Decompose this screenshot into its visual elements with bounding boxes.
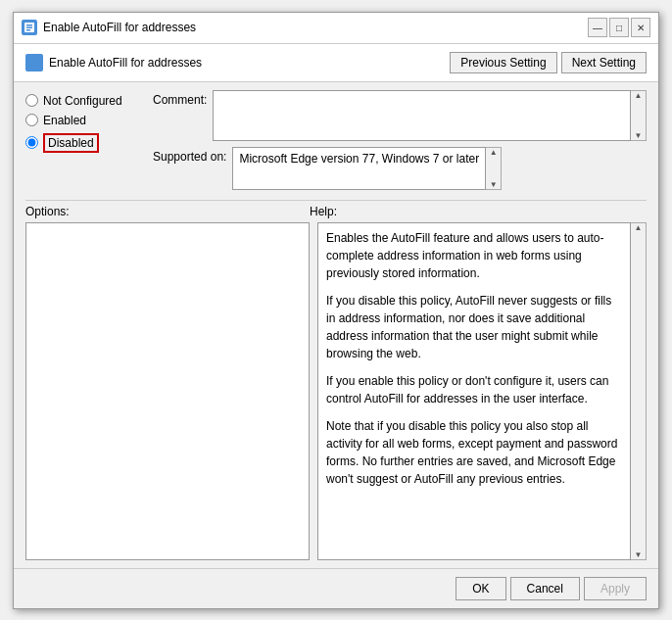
radio-enabled-input[interactable] — [25, 114, 38, 126]
bottom-labels: Options: Help: — [25, 205, 647, 218]
help-scrollbar-container: Enables the AutoFill feature and allows … — [317, 222, 647, 560]
scroll-down-arrow: ▼ — [635, 131, 643, 140]
svg-rect-2 — [26, 27, 32, 29]
radio-not-configured-label[interactable]: Not Configured — [43, 94, 122, 108]
radio-disabled[interactable]: Disabled — [25, 133, 143, 153]
svg-rect-1 — [26, 24, 32, 26]
supported-row: Supported on: Microsoft Edge version 77,… — [153, 147, 647, 190]
help-panel: Enables the AutoFill feature and allows … — [317, 222, 631, 560]
top-section: Not Configured Enabled Disabled Comment: — [25, 90, 647, 190]
comment-row: Comment: ▲ ▼ — [153, 90, 647, 141]
help-label: Help: — [310, 205, 337, 218]
help-scroll-up: ▲ — [635, 223, 643, 232]
help-para-3: If you enable this policy or don't confi… — [326, 372, 622, 407]
right-section: Comment: ▲ ▼ Supported on: Microsoft Edg… — [153, 90, 647, 190]
help-para-2: If you disable this policy, AutoFill nev… — [326, 292, 622, 362]
header-title: Enable AutoFill for addresses — [49, 56, 202, 70]
radio-group: Not Configured Enabled Disabled — [25, 90, 143, 190]
options-label: Options: — [25, 205, 310, 218]
supported-scrollbar: ▲ ▼ — [486, 147, 502, 190]
footer: OK Cancel Apply — [14, 568, 658, 608]
radio-disabled-label[interactable]: Disabled — [48, 136, 94, 150]
title-bar: Enable AutoFill for addresses — □ ✕ — [14, 13, 658, 44]
disabled-highlight-box: Disabled — [43, 133, 99, 153]
options-panel — [25, 222, 310, 560]
supported-scroll-up: ▲ — [490, 148, 498, 157]
cancel-button[interactable]: Cancel — [510, 577, 580, 600]
comment-textarea[interactable] — [213, 90, 631, 141]
radio-enabled-label[interactable]: Enabled — [43, 114, 86, 127]
apply-button[interactable]: Apply — [584, 577, 647, 600]
svg-rect-3 — [26, 29, 30, 31]
main-dialog: Enable AutoFill for addresses — □ ✕ Enab… — [13, 12, 659, 609]
header-label-group: Enable AutoFill for addresses — [25, 54, 202, 72]
bottom-panels: Enables the AutoFill feature and allows … — [25, 222, 647, 560]
supported-container: Microsoft Edge version 77, Windows 7 or … — [232, 147, 502, 190]
close-button[interactable]: ✕ — [631, 18, 650, 37]
comment-scrollbar: ▲ ▼ — [631, 90, 647, 141]
header-icon — [25, 54, 43, 72]
main-content: Not Configured Enabled Disabled Comment: — [14, 82, 658, 568]
supported-field: Microsoft Edge version 77, Windows 7 or … — [232, 147, 486, 190]
help-scrollbar: ▲ ▼ — [631, 222, 647, 560]
radio-disabled-input[interactable] — [25, 136, 38, 149]
help-para-4: Note that if you disable this policy you… — [326, 417, 622, 488]
minimize-button[interactable]: — — [588, 18, 607, 37]
divider — [25, 200, 647, 201]
ok-button[interactable]: OK — [456, 577, 505, 600]
header-bar: Enable AutoFill for addresses Previous S… — [14, 44, 658, 82]
scroll-up-arrow: ▲ — [635, 91, 643, 100]
supported-scroll-down: ▼ — [490, 180, 498, 189]
radio-enabled[interactable]: Enabled — [25, 114, 143, 127]
comment-label: Comment: — [153, 90, 207, 107]
radio-not-configured-input[interactable] — [25, 94, 38, 107]
help-para-1: Enables the AutoFill feature and allows … — [326, 229, 622, 282]
comment-container: ▲ ▼ — [213, 90, 647, 141]
previous-setting-button[interactable]: Previous Setting — [450, 52, 556, 73]
dialog-title: Enable AutoFill for addresses — [43, 21, 196, 34]
window-controls: — □ ✕ — [588, 18, 650, 37]
title-bar-left: Enable AutoFill for addresses — [22, 20, 196, 35]
header-buttons: Previous Setting Next Setting — [450, 52, 647, 73]
maximize-button[interactable]: □ — [609, 18, 629, 37]
radio-not-configured[interactable]: Not Configured — [25, 94, 143, 108]
help-scroll-down: ▼ — [635, 550, 643, 559]
supported-label: Supported on: — [153, 147, 226, 164]
next-setting-button[interactable]: Next Setting — [561, 52, 647, 73]
dialog-icon — [22, 20, 37, 35]
